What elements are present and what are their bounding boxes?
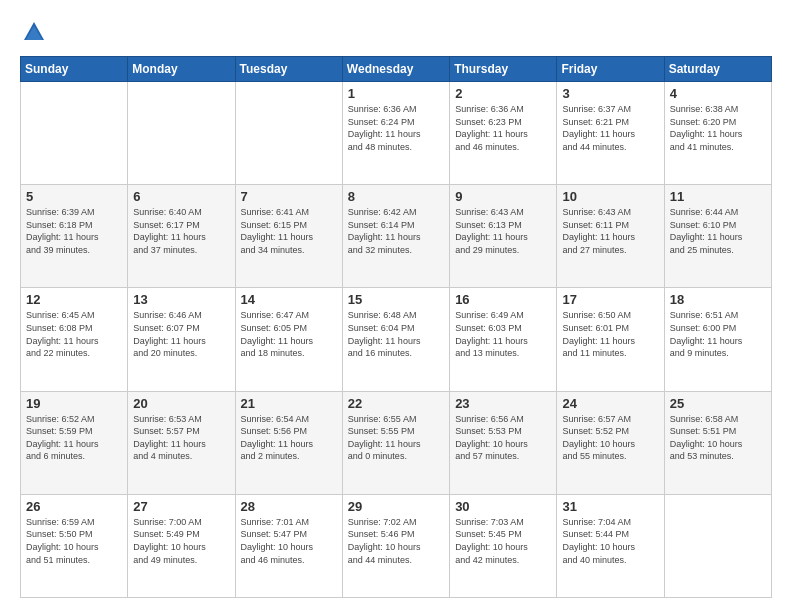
day-number: 3 — [562, 86, 658, 101]
day-number: 20 — [133, 396, 229, 411]
day-info: Sunrise: 6:59 AM Sunset: 5:50 PM Dayligh… — [26, 516, 122, 566]
header — [20, 18, 772, 46]
day-info: Sunrise: 6:51 AM Sunset: 6:00 PM Dayligh… — [670, 309, 766, 359]
day-info: Sunrise: 6:53 AM Sunset: 5:57 PM Dayligh… — [133, 413, 229, 463]
day-info: Sunrise: 6:52 AM Sunset: 5:59 PM Dayligh… — [26, 413, 122, 463]
day-number: 7 — [241, 189, 337, 204]
day-info: Sunrise: 7:02 AM Sunset: 5:46 PM Dayligh… — [348, 516, 444, 566]
day-info: Sunrise: 7:01 AM Sunset: 5:47 PM Dayligh… — [241, 516, 337, 566]
day-info: Sunrise: 6:58 AM Sunset: 5:51 PM Dayligh… — [670, 413, 766, 463]
calendar-cell: 8Sunrise: 6:42 AM Sunset: 6:14 PM Daylig… — [342, 185, 449, 288]
day-number: 25 — [670, 396, 766, 411]
day-info: Sunrise: 6:41 AM Sunset: 6:15 PM Dayligh… — [241, 206, 337, 256]
calendar-cell: 26Sunrise: 6:59 AM Sunset: 5:50 PM Dayli… — [21, 494, 128, 597]
day-number: 14 — [241, 292, 337, 307]
day-info: Sunrise: 6:48 AM Sunset: 6:04 PM Dayligh… — [348, 309, 444, 359]
day-info: Sunrise: 7:03 AM Sunset: 5:45 PM Dayligh… — [455, 516, 551, 566]
calendar-cell: 1Sunrise: 6:36 AM Sunset: 6:24 PM Daylig… — [342, 82, 449, 185]
day-info: Sunrise: 6:46 AM Sunset: 6:07 PM Dayligh… — [133, 309, 229, 359]
calendar-cell: 19Sunrise: 6:52 AM Sunset: 5:59 PM Dayli… — [21, 391, 128, 494]
week-row-3: 12Sunrise: 6:45 AM Sunset: 6:08 PM Dayli… — [21, 288, 772, 391]
calendar-cell: 30Sunrise: 7:03 AM Sunset: 5:45 PM Dayli… — [450, 494, 557, 597]
calendar-cell: 22Sunrise: 6:55 AM Sunset: 5:55 PM Dayli… — [342, 391, 449, 494]
calendar-cell: 11Sunrise: 6:44 AM Sunset: 6:10 PM Dayli… — [664, 185, 771, 288]
day-number: 8 — [348, 189, 444, 204]
day-info: Sunrise: 6:44 AM Sunset: 6:10 PM Dayligh… — [670, 206, 766, 256]
calendar-cell: 13Sunrise: 6:46 AM Sunset: 6:07 PM Dayli… — [128, 288, 235, 391]
day-number: 29 — [348, 499, 444, 514]
calendar-cell: 27Sunrise: 7:00 AM Sunset: 5:49 PM Dayli… — [128, 494, 235, 597]
day-info: Sunrise: 6:43 AM Sunset: 6:11 PM Dayligh… — [562, 206, 658, 256]
calendar-cell: 16Sunrise: 6:49 AM Sunset: 6:03 PM Dayli… — [450, 288, 557, 391]
day-number: 15 — [348, 292, 444, 307]
calendar-cell: 31Sunrise: 7:04 AM Sunset: 5:44 PM Dayli… — [557, 494, 664, 597]
day-number: 11 — [670, 189, 766, 204]
calendar-cell: 5Sunrise: 6:39 AM Sunset: 6:18 PM Daylig… — [21, 185, 128, 288]
day-info: Sunrise: 6:42 AM Sunset: 6:14 PM Dayligh… — [348, 206, 444, 256]
calendar-cell: 20Sunrise: 6:53 AM Sunset: 5:57 PM Dayli… — [128, 391, 235, 494]
day-number: 18 — [670, 292, 766, 307]
day-info: Sunrise: 6:38 AM Sunset: 6:20 PM Dayligh… — [670, 103, 766, 153]
weekday-header-wednesday: Wednesday — [342, 57, 449, 82]
calendar-cell: 15Sunrise: 6:48 AM Sunset: 6:04 PM Dayli… — [342, 288, 449, 391]
day-info: Sunrise: 6:36 AM Sunset: 6:24 PM Dayligh… — [348, 103, 444, 153]
calendar-cell: 18Sunrise: 6:51 AM Sunset: 6:00 PM Dayli… — [664, 288, 771, 391]
weekday-header-tuesday: Tuesday — [235, 57, 342, 82]
day-number: 21 — [241, 396, 337, 411]
day-number: 17 — [562, 292, 658, 307]
day-info: Sunrise: 6:39 AM Sunset: 6:18 PM Dayligh… — [26, 206, 122, 256]
weekday-header-row: SundayMondayTuesdayWednesdayThursdayFrid… — [21, 57, 772, 82]
calendar-cell — [664, 494, 771, 597]
day-number: 13 — [133, 292, 229, 307]
day-info: Sunrise: 6:43 AM Sunset: 6:13 PM Dayligh… — [455, 206, 551, 256]
day-number: 16 — [455, 292, 551, 307]
day-number: 22 — [348, 396, 444, 411]
day-info: Sunrise: 6:37 AM Sunset: 6:21 PM Dayligh… — [562, 103, 658, 153]
day-info: Sunrise: 7:04 AM Sunset: 5:44 PM Dayligh… — [562, 516, 658, 566]
day-info: Sunrise: 6:49 AM Sunset: 6:03 PM Dayligh… — [455, 309, 551, 359]
day-info: Sunrise: 6:50 AM Sunset: 6:01 PM Dayligh… — [562, 309, 658, 359]
day-info: Sunrise: 6:40 AM Sunset: 6:17 PM Dayligh… — [133, 206, 229, 256]
day-number: 9 — [455, 189, 551, 204]
day-number: 27 — [133, 499, 229, 514]
day-number: 10 — [562, 189, 658, 204]
calendar-cell: 7Sunrise: 6:41 AM Sunset: 6:15 PM Daylig… — [235, 185, 342, 288]
day-number: 24 — [562, 396, 658, 411]
page: SundayMondayTuesdayWednesdayThursdayFrid… — [0, 0, 792, 612]
day-number: 23 — [455, 396, 551, 411]
day-info: Sunrise: 6:57 AM Sunset: 5:52 PM Dayligh… — [562, 413, 658, 463]
logo-icon — [20, 18, 48, 46]
weekday-header-monday: Monday — [128, 57, 235, 82]
day-info: Sunrise: 7:00 AM Sunset: 5:49 PM Dayligh… — [133, 516, 229, 566]
calendar-cell: 23Sunrise: 6:56 AM Sunset: 5:53 PM Dayli… — [450, 391, 557, 494]
calendar: SundayMondayTuesdayWednesdayThursdayFrid… — [20, 56, 772, 598]
day-number: 12 — [26, 292, 122, 307]
day-number: 1 — [348, 86, 444, 101]
day-info: Sunrise: 6:36 AM Sunset: 6:23 PM Dayligh… — [455, 103, 551, 153]
weekday-header-sunday: Sunday — [21, 57, 128, 82]
calendar-cell — [128, 82, 235, 185]
calendar-cell: 4Sunrise: 6:38 AM Sunset: 6:20 PM Daylig… — [664, 82, 771, 185]
day-number: 30 — [455, 499, 551, 514]
week-row-5: 26Sunrise: 6:59 AM Sunset: 5:50 PM Dayli… — [21, 494, 772, 597]
week-row-2: 5Sunrise: 6:39 AM Sunset: 6:18 PM Daylig… — [21, 185, 772, 288]
calendar-cell: 25Sunrise: 6:58 AM Sunset: 5:51 PM Dayli… — [664, 391, 771, 494]
day-info: Sunrise: 6:54 AM Sunset: 5:56 PM Dayligh… — [241, 413, 337, 463]
calendar-cell: 28Sunrise: 7:01 AM Sunset: 5:47 PM Dayli… — [235, 494, 342, 597]
day-number: 6 — [133, 189, 229, 204]
day-info: Sunrise: 6:55 AM Sunset: 5:55 PM Dayligh… — [348, 413, 444, 463]
weekday-header-thursday: Thursday — [450, 57, 557, 82]
calendar-cell — [235, 82, 342, 185]
logo — [20, 18, 52, 46]
calendar-cell: 12Sunrise: 6:45 AM Sunset: 6:08 PM Dayli… — [21, 288, 128, 391]
calendar-cell: 2Sunrise: 6:36 AM Sunset: 6:23 PM Daylig… — [450, 82, 557, 185]
calendar-cell: 17Sunrise: 6:50 AM Sunset: 6:01 PM Dayli… — [557, 288, 664, 391]
weekday-header-friday: Friday — [557, 57, 664, 82]
day-number: 31 — [562, 499, 658, 514]
week-row-1: 1Sunrise: 6:36 AM Sunset: 6:24 PM Daylig… — [21, 82, 772, 185]
calendar-cell: 21Sunrise: 6:54 AM Sunset: 5:56 PM Dayli… — [235, 391, 342, 494]
calendar-cell: 24Sunrise: 6:57 AM Sunset: 5:52 PM Dayli… — [557, 391, 664, 494]
day-number: 28 — [241, 499, 337, 514]
day-info: Sunrise: 6:45 AM Sunset: 6:08 PM Dayligh… — [26, 309, 122, 359]
calendar-cell: 29Sunrise: 7:02 AM Sunset: 5:46 PM Dayli… — [342, 494, 449, 597]
